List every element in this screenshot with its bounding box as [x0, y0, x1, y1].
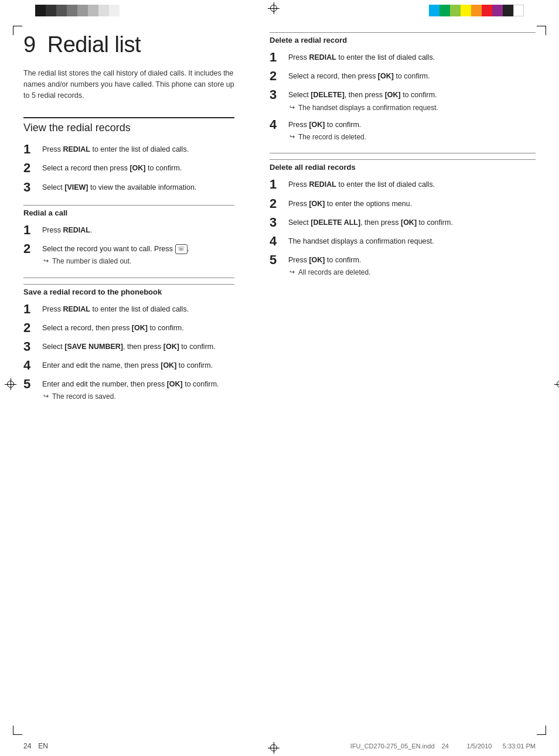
step-content: Press REDIAL to enter the list of dialed… [42, 142, 234, 155]
chapter-number: 9 [23, 32, 36, 57]
page-footer: 24 EN IFU_CD270-275_05_EN.indd 24 1/5/20… [23, 742, 536, 750]
step-content: Press REDIAL. [42, 223, 234, 235]
step-number: 1 [23, 142, 40, 156]
section-divider-2 [270, 153, 536, 153]
list-item: 1 Press REDIAL to enter the list of dial… [23, 302, 234, 316]
chapter-name: Redial list [47, 32, 141, 57]
step-result: ↪ The handset displays a confirmation re… [289, 103, 536, 113]
corner-mark-br [537, 726, 546, 735]
swatch-yellow [461, 5, 471, 16]
key-label: [VIEW] [64, 183, 88, 191]
swatch-green [439, 5, 450, 16]
list-item: 2 Press [OK] to enter the options menu. [270, 197, 536, 211]
step-number: 5 [23, 377, 40, 391]
list-item: 2 Select a record then press [OK] to con… [23, 161, 234, 175]
step-number: 2 [23, 161, 40, 175]
step-number: 5 [270, 253, 286, 267]
key-label: [SAVE NUMBER] [64, 343, 123, 351]
section-delete-all-title: Delete all redial records [270, 159, 536, 172]
save-record-list: 1 Press REDIAL to enter the list of dial… [23, 302, 234, 402]
key-label: REDIAL [63, 226, 90, 234]
swatch-white [513, 5, 524, 16]
step-content: Select a record, then press [OK] to conf… [42, 321, 234, 333]
step-content: Enter and edit the number, then press [O… [42, 377, 234, 402]
key-label: [OK] [309, 121, 325, 129]
redial-call-list: 1 Press REDIAL. 2 Select the record you … [23, 223, 234, 267]
step-number: 4 [270, 118, 286, 132]
key-label: REDIAL [309, 53, 336, 61]
page-content: 9 Redial list The redial list stores the… [23, 32, 536, 730]
step-content: Press [OK] to confirm. ↪ The record is d… [288, 118, 536, 143]
step-number: 1 [23, 223, 40, 237]
swatch [35, 5, 46, 16]
key-label: [OK] [378, 72, 394, 80]
result-text: All records are deleted. [298, 268, 370, 278]
language-label: EN [38, 742, 48, 750]
step-number: 2 [270, 197, 286, 211]
step-number: 1 [270, 50, 286, 64]
step-content: Select [SAVE NUMBER], then press [OK] to… [42, 340, 234, 352]
delete-all-list: 1 Press REDIAL to enter the list of dial… [270, 177, 536, 278]
list-item: 5 Enter and edit the number, then press … [23, 377, 234, 402]
step-number: 3 [23, 340, 40, 354]
key-label: [OK] [401, 218, 417, 227]
step-number: 1 [270, 177, 286, 191]
footer-right: IFU_CD270-275_05_EN.indd 24 1/5/2010 5:3… [350, 743, 536, 750]
list-item: 3 Select [VIEW] to view the available in… [23, 180, 234, 194]
footer-date: 1/5/2010 [467, 743, 492, 750]
step-result: ↪ The record is deleted. [289, 132, 536, 142]
arrow-icon: ↪ [289, 132, 295, 142]
page-number: 24 [23, 742, 31, 750]
corner-mark-bl [13, 726, 22, 735]
section-view-title: View the redial records [23, 117, 234, 134]
key-label: REDIAL [63, 305, 90, 313]
key-label: [DELETE] [311, 91, 345, 99]
arrow-icon: ↪ [43, 256, 49, 266]
color-swatches-left [35, 5, 120, 16]
list-item: 3 Select [DELETE], then press [OK] to co… [270, 88, 536, 113]
footer-time: 5:33:01 PM [503, 743, 536, 750]
step-content: Press REDIAL to enter the list of dialed… [288, 177, 536, 190]
result-text: The number is dialed out. [52, 256, 131, 266]
step-content: Press REDIAL to enter the list of dialed… [42, 302, 234, 314]
step-number: 3 [23, 180, 40, 194]
top-center-crosshair [274, 0, 285, 12]
step-content: Select the record you want to call. Pres… [42, 242, 234, 267]
step-content: Select [DELETE ALL], then press [OK] to … [288, 215, 536, 228]
view-records-list: 1 Press REDIAL to enter the list of dial… [23, 142, 234, 194]
chapter-title: 9 Redial list [23, 32, 234, 57]
section-redial-title: Redial a call [23, 205, 234, 217]
step-result: ↪ All records are deleted. [289, 268, 536, 278]
result-text: The handset displays a confirmation requ… [298, 103, 438, 113]
key-label: [OK] [309, 256, 325, 264]
list-item: 3 Select [DELETE ALL], then press [OK] t… [270, 215, 536, 230]
step-content: Press [OK] to enter the options menu. [288, 197, 536, 209]
swatch-black [503, 5, 513, 16]
list-item: 3 Select [SAVE NUMBER], then press [OK] … [23, 340, 234, 354]
step-content: Select a record then press [OK] to confi… [42, 161, 234, 173]
list-item: 2 Select a record, then press [OK] to co… [23, 321, 234, 335]
step-number: 2 [23, 242, 40, 256]
key-label: [OK] [163, 343, 179, 351]
footer-filename: IFU_CD270-275_05_EN.indd 24 [350, 743, 449, 750]
swatch [98, 5, 109, 16]
left-column: 9 Redial list The redial list stores the… [23, 32, 246, 413]
result-text: The record is saved. [52, 392, 116, 402]
section-save-title: Save a redial record to the phonebook [23, 284, 234, 296]
swatch-orange [471, 5, 482, 16]
step-content: Enter and edit the name, then press [OK]… [42, 358, 234, 371]
swatch [88, 5, 98, 16]
two-column-layout: 9 Redial list The redial list stores the… [23, 32, 536, 413]
step-number: 4 [270, 234, 286, 248]
section-delete-title: Delete a redial record [270, 32, 536, 45]
step-number: 2 [270, 69, 286, 83]
delete-record-list: 1 Press REDIAL to enter the list of dial… [270, 50, 536, 142]
color-swatches-right [429, 5, 524, 16]
step-content: Select a record, then press [OK] to conf… [288, 69, 536, 81]
list-item: 4 Enter and edit the name, then press [O… [23, 358, 234, 372]
swatch [56, 5, 67, 16]
step-number: 3 [270, 88, 286, 102]
key-label: [DELETE ALL] [311, 218, 360, 227]
swatch-purple [492, 5, 503, 16]
phone-icon: ☏ [175, 244, 188, 254]
